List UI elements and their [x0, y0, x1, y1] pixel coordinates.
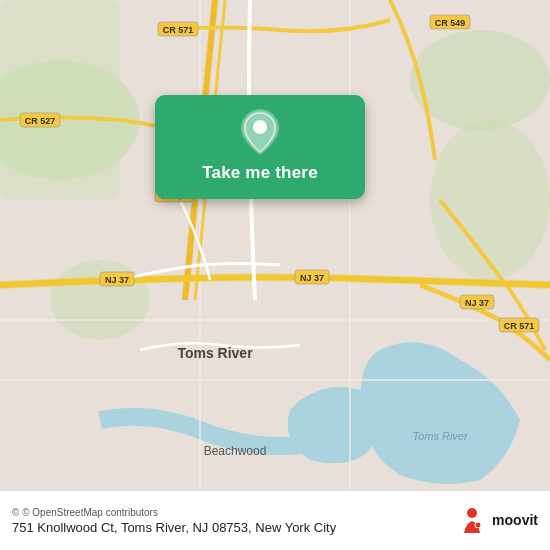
copyright-symbol: ©	[12, 507, 19, 518]
moovit-text: moovit	[492, 513, 538, 528]
bottom-bar: © © OpenStreetMap contributors 751 Knoll…	[0, 490, 550, 550]
svg-text:CR 549: CR 549	[435, 18, 466, 28]
map-container: CR 571 CR 549 CR 527 GSP;U NJ 37 NJ 37 N…	[0, 0, 550, 490]
svg-point-5	[50, 260, 150, 340]
take-me-there-popup[interactable]: Take me there	[155, 95, 365, 199]
svg-point-30	[467, 508, 477, 518]
svg-point-31	[475, 522, 481, 528]
address-section: © © OpenStreetMap contributors 751 Knoll…	[12, 507, 456, 535]
svg-text:CR 571: CR 571	[163, 25, 194, 35]
svg-text:CR 527: CR 527	[25, 116, 56, 126]
svg-text:NJ 37: NJ 37	[105, 275, 129, 285]
location-pin-icon	[241, 109, 279, 155]
moovit-icon	[456, 505, 488, 537]
svg-text:NJ 37: NJ 37	[300, 273, 324, 283]
svg-text:Toms River: Toms River	[177, 345, 253, 361]
attribution-text: © OpenStreetMap contributors	[22, 507, 158, 518]
svg-text:Beachwood: Beachwood	[204, 444, 267, 458]
moovit-brand-name: moovit	[492, 513, 538, 528]
svg-rect-4	[0, 0, 120, 200]
address-text: 751 Knollwood Ct, Toms River, NJ 08753, …	[12, 520, 456, 535]
take-me-there-label: Take me there	[202, 163, 318, 183]
svg-point-3	[430, 120, 550, 280]
svg-point-2	[410, 30, 550, 130]
svg-text:Toms River: Toms River	[412, 430, 469, 442]
moovit-logo[interactable]: moovit	[456, 505, 538, 537]
svg-text:CR 571: CR 571	[504, 321, 535, 331]
svg-text:NJ 37: NJ 37	[465, 298, 489, 308]
svg-point-29	[253, 120, 267, 134]
osm-attribution: © © OpenStreetMap contributors	[12, 507, 456, 518]
